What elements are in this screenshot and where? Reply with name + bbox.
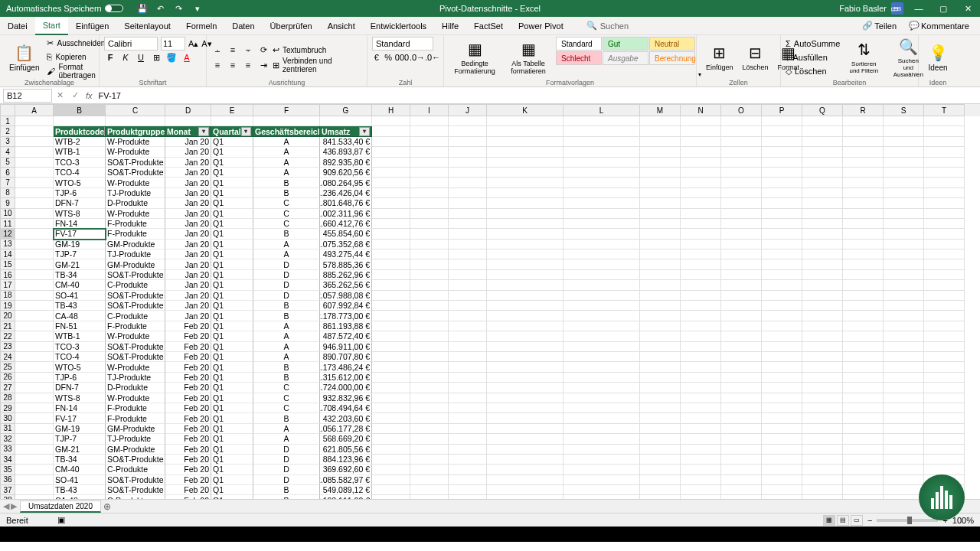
cell[interactable]: 432.203,60 € — [320, 413, 372, 423]
row-header[interactable]: 33 — [0, 445, 15, 455]
cell[interactable] — [410, 445, 449, 455]
cell[interactable] — [843, 291, 884, 301]
cell[interactable]: Jan 20 — [165, 280, 211, 290]
cell[interactable] — [924, 455, 965, 465]
cell[interactable] — [884, 209, 924, 219]
cell[interactable]: Q1 — [211, 485, 253, 495]
cell[interactable]: Q1 — [211, 259, 253, 269]
col-header-J[interactable]: J — [449, 104, 487, 116]
cell[interactable]: 892.935,80 € — [320, 158, 372, 168]
cell[interactable] — [802, 116, 843, 126]
cell[interactable] — [681, 362, 721, 372]
insert-cells-button[interactable]: ⊞Einfügen — [701, 37, 738, 78]
cell[interactable]: Q1 — [211, 219, 253, 229]
row-header[interactable]: 3 — [0, 137, 15, 147]
cell[interactable]: 841.533,40 € — [320, 137, 372, 147]
cell[interactable] — [640, 219, 681, 229]
cell[interactable] — [410, 229, 449, 239]
col-header-Q[interactable]: Q — [802, 104, 843, 116]
cell[interactable] — [487, 424, 564, 434]
cell[interactable]: C — [253, 393, 320, 403]
cell[interactable]: Feb 20 — [165, 383, 211, 393]
cell[interactable]: D — [253, 270, 320, 280]
cell[interactable] — [884, 229, 924, 239]
col-header-F[interactable]: F — [253, 104, 320, 116]
cell[interactable] — [843, 229, 884, 239]
cell[interactable]: Q1 — [211, 240, 253, 249]
cell[interactable] — [15, 342, 54, 352]
cell[interactable] — [762, 259, 802, 269]
cell[interactable] — [884, 383, 924, 393]
cell[interactable]: TCO-3 — [54, 158, 106, 168]
cell[interactable]: TJ-Produkte — [106, 373, 165, 383]
cell[interactable] — [884, 445, 924, 455]
cell[interactable]: Q1 — [211, 455, 253, 465]
col-header-M[interactable]: M — [640, 104, 681, 116]
cell[interactable] — [487, 137, 564, 147]
cell[interactable]: Q1 — [211, 393, 253, 403]
close-icon[interactable]: ✕ — [956, 0, 980, 17]
cell[interactable] — [410, 475, 449, 485]
cell[interactable]: TJP-6 — [54, 373, 106, 383]
cell[interactable] — [564, 147, 640, 157]
cell[interactable]: Q1 — [211, 188, 253, 198]
tab-überprüfen[interactable]: Überprüfen — [263, 17, 320, 35]
fill-button[interactable]: ↓Ausfüllen — [786, 51, 840, 64]
page-layout-button[interactable]: ▤ — [837, 515, 849, 526]
cell[interactable]: Q1 — [211, 147, 253, 157]
cell[interactable] — [721, 209, 762, 219]
cell[interactable] — [54, 116, 106, 126]
cell[interactable]: GM-Produkte — [106, 445, 165, 455]
cell[interactable] — [884, 240, 924, 249]
row-header[interactable]: 19 — [0, 301, 15, 311]
cell[interactable] — [924, 434, 965, 444]
row-header[interactable]: 27 — [0, 383, 15, 393]
spreadsheet-grid[interactable]: ABCDEFGHIJKLMNOPQRST 12ProduktcodeProduk… — [0, 104, 980, 499]
cell[interactable] — [762, 126, 802, 136]
cell[interactable]: Feb 20 — [165, 403, 211, 413]
row-header[interactable]: 21 — [0, 321, 15, 331]
cell[interactable] — [564, 465, 640, 474]
cell[interactable] — [802, 249, 843, 259]
cell[interactable] — [924, 280, 965, 290]
cell[interactable] — [487, 126, 564, 136]
tab-datei[interactable]: Datei — [0, 17, 35, 35]
cell[interactable] — [802, 342, 843, 352]
cell[interactable] — [924, 209, 965, 219]
cell[interactable]: W-Produkte — [106, 137, 165, 147]
cell[interactable]: TJP-6 — [54, 188, 106, 198]
indent-icon[interactable]: ⇥ — [257, 59, 270, 71]
cell[interactable]: Jan 20 — [165, 270, 211, 280]
cell[interactable] — [843, 434, 884, 444]
cell[interactable] — [884, 280, 924, 290]
cell[interactable] — [924, 137, 965, 147]
cell[interactable]: A — [253, 168, 320, 178]
cell[interactable] — [15, 137, 54, 147]
cell[interactable] — [410, 331, 449, 341]
record-macro-icon[interactable]: ▣ — [57, 515, 65, 525]
underline-icon[interactable]: U — [135, 51, 147, 64]
cell[interactable]: 2.085.582,97 € — [320, 475, 372, 485]
row-header[interactable]: 30 — [0, 413, 15, 423]
cell[interactable] — [410, 455, 449, 465]
cell[interactable] — [410, 495, 449, 499]
cell[interactable]: WTB-2 — [54, 137, 106, 147]
conditional-format-button[interactable]: ▦ Bedingte Formatierung — [449, 37, 501, 78]
autosum-button[interactable]: ΣAutoSumme — [786, 37, 840, 50]
cell[interactable] — [884, 249, 924, 259]
cell[interactable]: 1.236.426,04 € — [320, 188, 372, 198]
cell[interactable]: TCO-4 — [54, 168, 106, 178]
cell[interactable]: CA-48 — [54, 311, 106, 321]
cell[interactable]: WTS-8 — [54, 209, 106, 219]
cell[interactable] — [884, 188, 924, 198]
cell[interactable]: Jan 20 — [165, 188, 211, 198]
cell[interactable] — [681, 291, 721, 301]
cell[interactable]: SO&T-Produkte — [106, 270, 165, 280]
cell[interactable] — [410, 168, 449, 178]
cell[interactable]: Feb 20 — [165, 495, 211, 499]
cell[interactable] — [681, 331, 721, 341]
cell[interactable] — [884, 158, 924, 168]
tab-daten[interactable]: Daten — [224, 17, 262, 35]
cell[interactable]: Feb 20 — [165, 321, 211, 331]
cell[interactable] — [762, 301, 802, 311]
